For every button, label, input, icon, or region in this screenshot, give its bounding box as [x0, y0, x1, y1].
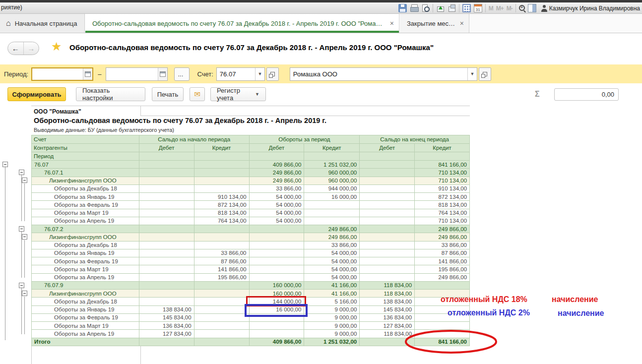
- row-label[interactable]: Лизингфинансгрупп ООО: [32, 290, 139, 298]
- row-cell[interactable]: [194, 177, 250, 185]
- row-cell[interactable]: [139, 161, 194, 169]
- user-menu[interactable]: Казмирчук Ирина Владимировна: [541, 5, 640, 12]
- tree-collapse-button[interactable]: [22, 234, 27, 240]
- row-cell[interactable]: 54 000,00: [304, 257, 360, 265]
- register-menu-button[interactable]: Регистр учета ▼: [210, 87, 266, 101]
- row-cell[interactable]: [360, 233, 415, 241]
- row-cell[interactable]: 33 866,00: [415, 242, 470, 249]
- row-cell[interactable]: 136 834,00: [360, 314, 415, 322]
- tab-close-icon[interactable]: ×: [460, 19, 464, 27]
- show-settings-button[interactable]: Показать настройки: [76, 87, 145, 101]
- row-cell[interactable]: 33 866,00: [304, 242, 360, 249]
- row-cell[interactable]: 54 000,00: [304, 249, 360, 257]
- memory-m-button[interactable]: M: [489, 5, 493, 12]
- row-cell[interactable]: 141 866,00: [415, 257, 470, 265]
- row-cell[interactable]: [360, 169, 415, 177]
- row-cell[interactable]: [139, 209, 194, 217]
- row-cell[interactable]: [194, 314, 250, 322]
- row-cell[interactable]: 249 866,00: [304, 225, 360, 233]
- row-cell[interactable]: 1 251 032,00: [304, 161, 360, 169]
- row-cell[interactable]: [250, 242, 305, 249]
- row-cell[interactable]: [304, 201, 360, 209]
- memory-m-plus-button[interactable]: M+: [496, 5, 504, 12]
- row-cell[interactable]: [139, 217, 194, 225]
- row-cell[interactable]: 710 134,00: [415, 177, 470, 185]
- row-cell[interactable]: [139, 265, 194, 273]
- favorite-star-icon[interactable]: ★: [51, 40, 62, 54]
- row-cell[interactable]: [194, 290, 250, 298]
- row-cell[interactable]: 960 000,00: [304, 177, 360, 185]
- row-cell[interactable]: 195 866,00: [194, 274, 250, 282]
- row-cell[interactable]: [250, 257, 305, 265]
- row-cell[interactable]: [139, 290, 194, 298]
- row-label[interactable]: Обороты за Март 19: [32, 209, 139, 217]
- row-cell[interactable]: 764 134,00: [415, 209, 470, 217]
- row-cell[interactable]: 710 134,00: [415, 217, 470, 225]
- row-cell[interactable]: [194, 330, 250, 338]
- row-cell[interactable]: [194, 169, 250, 177]
- period-from-input[interactable]: [32, 68, 83, 80]
- period-to-calendar-button[interactable]: [158, 68, 167, 80]
- row-cell[interactable]: 145 834,00: [139, 314, 194, 322]
- row-cell[interactable]: [360, 225, 415, 233]
- row-cell[interactable]: 118 834,00: [360, 282, 415, 290]
- period-from-calendar-button[interactable]: [83, 68, 92, 80]
- row-label[interactable]: Обороты за Февраль 19: [32, 201, 139, 209]
- row-cell[interactable]: [194, 306, 250, 314]
- tab-close-icon[interactable]: ×: [390, 19, 394, 27]
- row-cell[interactable]: 9 000,00: [304, 306, 360, 314]
- row-cell[interactable]: 16 000,00: [304, 193, 360, 201]
- print-icon[interactable]: [410, 4, 418, 12]
- row-cell[interactable]: 249 866,00: [415, 233, 470, 241]
- period-more-button[interactable]: ...: [174, 67, 190, 81]
- row-cell[interactable]: [360, 265, 415, 273]
- account-dropdown-icon[interactable]: ▼: [255, 68, 264, 80]
- row-cell[interactable]: 41 166,00: [304, 282, 360, 290]
- row-cell[interactable]: [139, 338, 194, 346]
- row-label[interactable]: Итого: [32, 338, 139, 346]
- print-preview-icon[interactable]: [421, 4, 430, 12]
- row-label[interactable]: Обороты за Март 19: [32, 265, 139, 273]
- row-cell[interactable]: [139, 225, 194, 233]
- row-cell[interactable]: [194, 322, 250, 330]
- tab-home[interactable]: ⌂ Начальная страница: [0, 14, 85, 33]
- row-cell[interactable]: [250, 233, 305, 241]
- row-cell[interactable]: [360, 177, 415, 185]
- row-cell[interactable]: 141 866,00: [194, 265, 250, 273]
- row-cell[interactable]: [139, 233, 194, 241]
- row-cell[interactable]: [360, 201, 415, 209]
- row-cell[interactable]: 9 000,00: [304, 314, 360, 322]
- row-label[interactable]: Обороты за Февраль 19: [32, 314, 139, 322]
- row-cell[interactable]: 54 000,00: [304, 274, 360, 282]
- organization-value[interactable]: Ромашка ООО: [290, 68, 467, 80]
- row-cell[interactable]: 87 866,00: [194, 257, 250, 265]
- row-cell[interactable]: 145 834,00: [360, 306, 415, 314]
- row-cell[interactable]: [139, 201, 194, 209]
- row-label[interactable]: Обороты за Апрель 19: [32, 217, 139, 225]
- row-cell[interactable]: [139, 249, 194, 257]
- row-label[interactable]: Обороты за Декабрь 18: [32, 298, 139, 305]
- row-cell[interactable]: [250, 225, 305, 233]
- tree-collapse-button[interactable]: [22, 291, 27, 296]
- row-cell[interactable]: [194, 298, 250, 305]
- row-cell[interactable]: 249 866,00: [415, 274, 470, 282]
- row-cell[interactable]: [360, 257, 415, 265]
- row-cell[interactable]: 33 866,00: [250, 185, 305, 193]
- row-label[interactable]: Обороты за Март 19: [32, 322, 139, 330]
- row-cell[interactable]: 841 166,00: [415, 161, 470, 169]
- row-cell[interactable]: 818 134,00: [194, 209, 250, 217]
- row-cell[interactable]: [360, 185, 415, 193]
- row-cell[interactable]: [250, 322, 305, 330]
- sum-field[interactable]: [554, 88, 619, 101]
- row-cell[interactable]: [304, 209, 360, 217]
- row-label[interactable]: Обороты за Декабрь 18: [32, 185, 139, 193]
- save-icon[interactable]: [398, 4, 407, 12]
- row-cell[interactable]: [139, 193, 194, 201]
- row-label[interactable]: 76.07.1: [32, 169, 139, 177]
- row-cell[interactable]: [194, 225, 250, 233]
- row-cell[interactable]: 910 134,00: [194, 193, 250, 201]
- row-cell[interactable]: 54 000,00: [250, 193, 305, 201]
- row-cell[interactable]: 5 166,00: [304, 298, 360, 305]
- row-cell[interactable]: [250, 274, 305, 282]
- print-button[interactable]: Печать: [152, 87, 184, 101]
